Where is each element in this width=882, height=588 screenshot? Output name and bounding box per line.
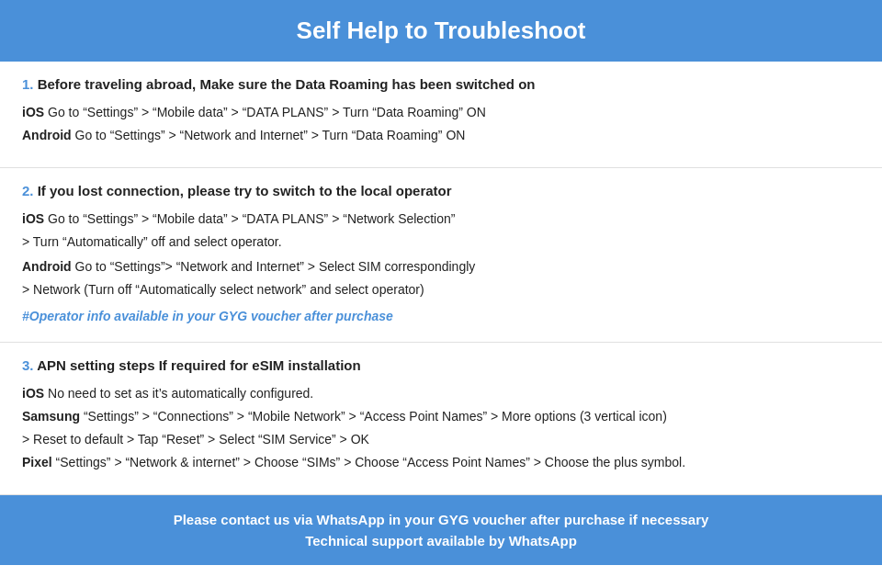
footer-line2: Technical support available by WhatsApp	[18, 533, 864, 548]
section-2-note: #Operator info available in your GYG vou…	[22, 309, 860, 323]
section-2: 2. If you lost connection, please try to…	[0, 168, 882, 343]
section-2-step-2: > Turn “Automatically” off and select op…	[22, 232, 860, 252]
section-3-title: 3. APN setting steps If required for eSI…	[22, 357, 860, 373]
section-2-step-1: iOS Go to “Settings” > “Mobile data” > “…	[22, 209, 860, 229]
step-1-1-text: Go to “Settings” > “Mobile data” > “DATA…	[44, 105, 486, 119]
step-1-2-text: Go to “Settings” > “Network and Internet…	[72, 128, 466, 142]
step-3-4-text: “Settings” > “Network & internet” > Choo…	[52, 455, 685, 469]
step-3-2-label: Samsung	[22, 409, 80, 424]
section-3-step-3: > Reset to default > Tap “Reset” > Selec…	[22, 430, 860, 449]
step-2-2-text: > Turn “Automatically” off and select op…	[22, 234, 282, 249]
section-2-step-3: Android Go to “Settings”> “Network and I…	[22, 257, 860, 277]
step-2-1-text: Go to “Settings” > “Mobile data” > “DATA…	[44, 211, 455, 226]
footer: Please contact us via WhatsApp in your G…	[0, 495, 882, 565]
step-3-1-text: No need to set as it’s automatically con…	[44, 386, 313, 401]
section-3-number: 3.	[22, 357, 34, 373]
page-title: Self Help to Troubleshoot	[18, 17, 864, 45]
section-2-text: If you lost connection, please try to sw…	[38, 183, 452, 198]
step-1-2-label: Android	[22, 128, 72, 142]
section-3-text: APN setting steps If required for eSIM i…	[37, 357, 361, 373]
step-3-3-text: > Reset to default > Tap “Reset” > Selec…	[22, 432, 369, 447]
step-2-4-text: > Network (Turn off “Automatically selec…	[22, 282, 424, 297]
step-3-1-label: iOS	[22, 386, 44, 401]
section-2-title: 2. If you lost connection, please try to…	[22, 183, 860, 198]
section-1-title: 1. Before traveling abroad, Make sure th…	[22, 76, 860, 92]
section-3-step-2: Samsung “Settings” > “Connections” > “Mo…	[22, 407, 860, 426]
step-2-3-text: Go to “Settings”> “Network and Internet”…	[72, 259, 476, 274]
section-2-step-4: > Network (Turn off “Automatically selec…	[22, 280, 860, 300]
section-3-step-1: iOS No need to set as it’s automatically…	[22, 384, 860, 403]
footer-line1: Please contact us via WhatsApp in your G…	[18, 512, 864, 527]
step-3-4-label: Pixel	[22, 455, 52, 469]
section-1-text: Before traveling abroad, Make sure the D…	[38, 76, 536, 92]
section-2-number: 2.	[22, 183, 34, 198]
step-2-1-label: iOS	[22, 211, 44, 226]
step-1-1-label: iOS	[22, 105, 44, 119]
header: Self Help to Troubleshoot	[0, 0, 882, 62]
section-1-step-2: Android Go to “Settings” > “Network and …	[22, 126, 860, 145]
section-1-number: 1.	[22, 76, 34, 92]
step-3-2-text: “Settings” > “Connections” > “Mobile Net…	[80, 409, 667, 424]
section-3: 3. APN setting steps If required for eSI…	[0, 343, 882, 495]
section-3-step-4: Pixel “Settings” > “Network & internet” …	[22, 453, 860, 472]
step-2-3-label: Android	[22, 259, 72, 274]
section-1-step-1: iOS Go to “Settings” > “Mobile data” > “…	[22, 103, 860, 122]
content: 1. Before traveling abroad, Make sure th…	[0, 62, 882, 495]
section-1: 1. Before traveling abroad, Make sure th…	[0, 62, 882, 168]
